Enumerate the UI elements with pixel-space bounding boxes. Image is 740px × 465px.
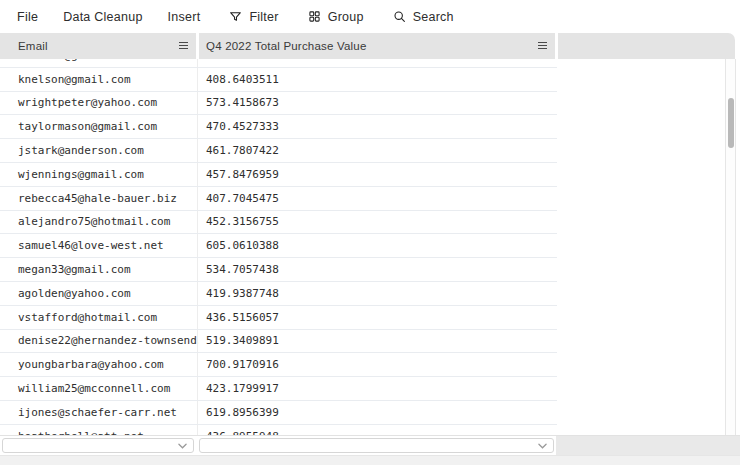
- value-cell[interactable]: 470.4527333: [199, 120, 279, 133]
- column-header-q4-label: Q4 2022 Total Purchase Value: [206, 40, 367, 52]
- menu-insert[interactable]: Insert: [168, 10, 201, 24]
- search-magnifier-icon: [393, 10, 406, 23]
- footer-dropdown-value[interactable]: [199, 438, 554, 453]
- menu-group[interactable]: Group: [308, 10, 364, 24]
- email-cell[interactable]: alejandro75@hotmail.com: [0, 215, 199, 228]
- table-rows: lbrooks@gmail.com 461.2056473 knelson@gm…: [0, 59, 557, 435]
- menu-data-cleanup-label: Data Cleanup: [63, 10, 142, 24]
- table-row-partial-top[interactable]: lbrooks@gmail.com 461.2056473: [0, 59, 557, 68]
- scrollbar-thumb[interactable]: [728, 98, 734, 148]
- table-row[interactable]: agolden@yahoo.com 419.9387748: [0, 282, 557, 306]
- email-cell[interactable]: youngbarbara@yahoo.com: [0, 358, 199, 371]
- menu-filter[interactable]: Filter: [229, 10, 278, 24]
- value-cell[interactable]: 619.8956399: [199, 406, 279, 419]
- value-cell[interactable]: 461.2056473: [199, 59, 279, 62]
- column-menu-icon[interactable]: [538, 42, 547, 50]
- email-cell[interactable]: agolden@yahoo.com: [0, 287, 199, 300]
- table-row[interactable]: knelson@gmail.com 408.6403511: [0, 68, 557, 92]
- column-header-email-label: Email: [18, 40, 48, 52]
- menu-bar: File Data Cleanup Insert Filter Group Se…: [0, 0, 740, 33]
- table-row[interactable]: alejandro75@hotmail.com 452.3156755: [0, 211, 557, 235]
- email-cell[interactable]: knelson@gmail.com: [0, 73, 199, 86]
- column-header-q4-value[interactable]: Q4 2022 Total Purchase Value: [199, 33, 555, 59]
- value-cell[interactable]: 605.0610388: [199, 239, 279, 252]
- email-cell[interactable]: ijones@schaefer-carr.net: [0, 406, 199, 419]
- footer-dropdown-email[interactable]: [2, 438, 194, 453]
- table-row[interactable]: ijones@schaefer-carr.net 619.8956399: [0, 401, 557, 425]
- value-cell[interactable]: 457.8476959: [199, 168, 279, 181]
- table-body: lbrooks@gmail.com 461.2056473 knelson@gm…: [0, 59, 740, 435]
- column-header-filler: [558, 33, 735, 59]
- email-cell[interactable]: vstafford@hotmail.com: [0, 311, 199, 324]
- menu-search-label: Search: [413, 10, 454, 24]
- vertical-scrollbar[interactable]: [725, 59, 736, 435]
- value-cell[interactable]: 461.7807422: [199, 144, 279, 157]
- table-row[interactable]: wjennings@gmail.com 457.8476959: [0, 163, 557, 187]
- column-header-email[interactable]: Email: [0, 33, 196, 59]
- chevron-down-icon: [178, 440, 187, 451]
- menu-file-label: File: [17, 10, 38, 24]
- menu-data-cleanup[interactable]: Data Cleanup: [63, 10, 142, 24]
- table-row[interactable]: vstafford@hotmail.com 436.5156057: [0, 306, 557, 330]
- value-cell[interactable]: 534.7057438: [199, 263, 279, 276]
- value-cell[interactable]: 436.5156057: [199, 311, 279, 324]
- value-cell[interactable]: 407.7045475: [199, 192, 279, 205]
- spreadsheet-app: File Data Cleanup Insert Filter Group Se…: [0, 0, 740, 465]
- filter-funnel-icon: [229, 10, 242, 23]
- email-cell[interactable]: taylormason@gmail.com: [0, 120, 199, 133]
- group-grid-icon: [308, 10, 321, 23]
- footer-panel: [0, 435, 740, 455]
- table-row[interactable]: youngbarbara@yahoo.com 700.9170916: [0, 353, 557, 377]
- value-cell[interactable]: 408.6403511: [199, 73, 279, 86]
- footer-gray-area: [556, 436, 740, 455]
- email-cell[interactable]: jstark@anderson.com: [0, 144, 199, 157]
- menu-filter-label: Filter: [249, 10, 278, 24]
- column-menu-icon[interactable]: [179, 42, 188, 50]
- table-row[interactable]: megan33@gmail.com 534.7057438: [0, 258, 557, 282]
- table-row[interactable]: wrightpeter@yahoo.com 573.4158673: [0, 92, 557, 116]
- menu-insert-label: Insert: [168, 10, 201, 24]
- value-cell[interactable]: 423.1799917: [199, 382, 279, 395]
- email-cell[interactable]: lbrooks@gmail.com: [0, 59, 199, 62]
- column-header-row: Email Q4 2022 Total Purchase Value: [0, 33, 740, 59]
- value-cell[interactable]: 573.4158673: [199, 96, 279, 109]
- table-row[interactable]: samuel46@love-west.net 605.0610388: [0, 234, 557, 258]
- table-row[interactable]: jstark@anderson.com 461.7807422: [0, 139, 557, 163]
- email-cell[interactable]: wjennings@gmail.com: [0, 168, 199, 181]
- value-cell[interactable]: 452.3156755: [199, 215, 279, 228]
- value-cell[interactable]: 419.9387748: [199, 287, 279, 300]
- email-cell[interactable]: william25@mcconnell.com: [0, 382, 199, 395]
- table-row[interactable]: denise22@hernandez-townsend.com 519.3409…: [0, 330, 557, 354]
- email-cell[interactable]: denise22@hernandez-townsend.com: [0, 334, 199, 347]
- footer-status-strip: [0, 455, 740, 465]
- table-row[interactable]: taylormason@gmail.com 470.4527333: [0, 115, 557, 139]
- menu-group-label: Group: [328, 10, 364, 24]
- email-cell[interactable]: wrightpeter@yahoo.com: [0, 96, 199, 109]
- value-cell[interactable]: 700.9170916: [199, 358, 279, 371]
- email-cell[interactable]: rebecca45@hale-bauer.biz: [0, 192, 199, 205]
- menu-search[interactable]: Search: [393, 10, 454, 24]
- chevron-down-icon: [538, 440, 547, 451]
- email-cell[interactable]: samuel46@love-west.net: [0, 239, 199, 252]
- table-row[interactable]: rebecca45@hale-bauer.biz 407.7045475: [0, 187, 557, 211]
- table-row-partial-bottom[interactable]: heatherbell@att.net 436.8955948: [0, 425, 557, 435]
- table-row[interactable]: william25@mcconnell.com 423.1799917: [0, 377, 557, 401]
- value-cell[interactable]: 519.3409891: [199, 334, 279, 347]
- menu-file[interactable]: File: [17, 10, 38, 24]
- email-cell[interactable]: megan33@gmail.com: [0, 263, 199, 276]
